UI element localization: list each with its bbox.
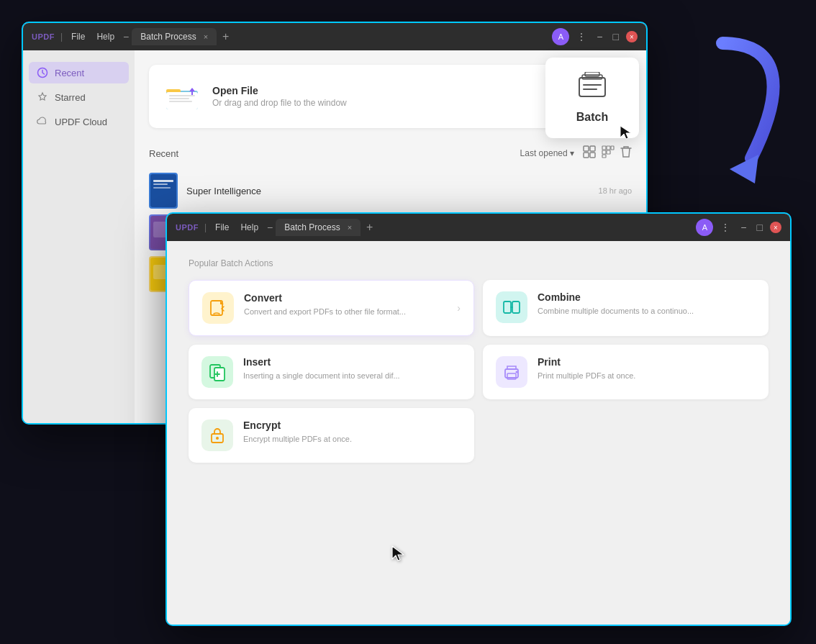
tab-close-front[interactable]: ×: [348, 223, 352, 232]
list-view-btn[interactable]: [583, 145, 596, 161]
sidebar-back: Recent Starred UPDF Cloud: [23, 50, 135, 423]
print-desc: Print multiple PDFs at once.: [538, 371, 635, 381]
last-opened-btn[interactable]: Last opened ▾: [520, 148, 574, 158]
menu-help-back[interactable]: Help: [94, 30, 117, 43]
recent-controls: Last opened ▾: [520, 145, 632, 161]
svg-rect-16: [607, 150, 610, 154]
cloud-icon: [36, 115, 49, 128]
file-item-1[interactable]: Super Intelligence 18 hr ago: [149, 173, 632, 209]
sidebar-label-recent: Recent: [55, 68, 84, 78]
ctrl-dots-back[interactable]: ⋮: [574, 30, 589, 44]
svg-rect-21: [153, 187, 171, 189]
svg-rect-13: [607, 146, 610, 150]
titlebar-front: UPDF | File Help − Batch Process × + A ⋮…: [167, 214, 790, 241]
convert-icon: [202, 292, 234, 324]
menu-file-back[interactable]: File: [68, 30, 88, 43]
batch-tooltip: Batch: [545, 58, 639, 138]
window-front: UPDF | File Help − Batch Process × + A ⋮…: [166, 212, 792, 626]
svg-rect-12: [602, 146, 606, 150]
convert-arrow: ›: [457, 302, 461, 314]
encrypt-icon: [201, 419, 233, 451]
svg-rect-26: [579, 78, 605, 96]
sidebar-item-recent[interactable]: Recent: [29, 62, 129, 83]
trash-btn[interactable]: [620, 145, 632, 161]
batch-section-title: Popular Batch Actions: [189, 258, 769, 268]
svg-rect-11: [590, 153, 595, 158]
insert-title: Insert: [243, 356, 400, 368]
batch-card-encrypt[interactable]: Encrypt Encrypt multiple PDFs at once.: [189, 408, 474, 463]
batch-tooltip-icon: [578, 72, 607, 104]
open-file-title: Open File: [212, 85, 347, 96]
print-content: Print Print multiple PDFs at once.: [538, 356, 635, 381]
clock-icon: [36, 66, 49, 79]
file-time-1: 18 hr ago: [599, 186, 632, 195]
tab-add-back[interactable]: +: [219, 30, 232, 43]
menu-help-front[interactable]: Help: [237, 221, 261, 234]
open-file-text: Open File Or drag and drop file to the w…: [212, 85, 347, 108]
tab-area-back: − Batch Process × +: [123, 28, 232, 45]
close-btn-front[interactable]: ×: [770, 222, 781, 233]
sidebar-label-cloud: UPDF Cloud: [55, 117, 107, 127]
combine-icon: [496, 291, 527, 323]
batch-card-insert[interactable]: Insert Inserting a single document into …: [189, 345, 474, 399]
open-file-icon: [166, 79, 201, 114]
tab-area-front: − Batch Process × +: [267, 219, 376, 236]
file-thumb-1: [149, 173, 178, 209]
titlebar-controls-front: A ⋮ − □ ×: [696, 219, 781, 236]
batch-card-convert[interactable]: Convert Convert and export PDFs to other…: [189, 280, 474, 336]
svg-rect-32: [504, 301, 511, 313]
svg-rect-9: [590, 146, 595, 151]
svg-point-40: [216, 437, 219, 440]
ctrl-min-front[interactable]: −: [738, 220, 749, 235]
close-btn-back[interactable]: ×: [626, 31, 638, 42]
print-title: Print: [538, 356, 635, 368]
svg-rect-28: [585, 72, 599, 76]
menu-file-front[interactable]: File: [212, 221, 232, 234]
insert-content: Insert Inserting a single document into …: [243, 356, 400, 381]
sidebar-item-starred[interactable]: Starred: [29, 86, 129, 108]
app-logo-back: UPDF: [32, 32, 55, 41]
combine-desc: Combine multiple documents to a continuo…: [538, 306, 694, 317]
insert-desc: Inserting a single document into several…: [243, 371, 400, 381]
tab-batch-front[interactable]: Batch Process ×: [276, 219, 361, 236]
batch-grid: Convert Convert and export PDFs to other…: [189, 280, 769, 463]
tab-close-back[interactable]: ×: [204, 32, 208, 41]
encrypt-desc: Encrypt multiple PDFs at once.: [243, 434, 352, 445]
titlebar-controls-back: A ⋮ − □ ×: [552, 28, 638, 45]
batch-content: Popular Batch Actions Convert Convert an…: [167, 241, 790, 625]
tab-label-front: Batch Process: [284, 222, 340, 232]
open-file-subtitle: Or drag and drop file to the window: [212, 98, 347, 108]
arrow-decoration: [708, 29, 794, 173]
ctrl-max-back[interactable]: □: [610, 30, 622, 44]
batch-card-print[interactable]: Print Print multiple PDFs at once.: [483, 345, 769, 399]
grid-view-btn[interactable]: [602, 145, 615, 161]
print-icon: [496, 356, 527, 388]
star-icon: [36, 91, 49, 104]
recent-title: Recent: [149, 148, 178, 159]
view-controls: [583, 145, 632, 161]
batch-tooltip-label: Batch: [576, 111, 608, 124]
sidebar-label-starred: Starred: [55, 92, 86, 103]
encrypt-content: Encrypt Encrypt multiple PDFs at once.: [243, 419, 352, 445]
ctrl-max-front[interactable]: □: [754, 220, 766, 235]
tab-minus-front[interactable]: −: [267, 222, 273, 233]
svg-rect-7: [169, 101, 192, 102]
tooltip-cursor: [619, 124, 633, 144]
avatar-back[interactable]: A: [552, 28, 569, 45]
tab-batch-back[interactable]: Batch Process ×: [132, 28, 217, 45]
svg-rect-17: [602, 155, 606, 158]
svg-rect-15: [602, 150, 606, 154]
svg-rect-10: [584, 153, 589, 158]
ctrl-dots-front[interactable]: ⋮: [717, 220, 733, 235]
ctrl-min-back[interactable]: −: [594, 30, 605, 44]
avatar-front[interactable]: A: [696, 219, 713, 236]
tab-add-front[interactable]: +: [363, 221, 376, 234]
svg-rect-19: [153, 180, 173, 182]
convert-desc: Convert and export PDFs to other file fo…: [244, 307, 406, 317]
combine-title: Combine: [538, 291, 694, 303]
separator-front: |: [204, 222, 207, 232]
sidebar-item-cloud[interactable]: UPDF Cloud: [29, 111, 129, 132]
svg-rect-5: [169, 95, 195, 96]
tab-minus-back[interactable]: −: [123, 31, 129, 42]
batch-card-combine[interactable]: Combine Combine multiple documents to a …: [483, 280, 769, 336]
